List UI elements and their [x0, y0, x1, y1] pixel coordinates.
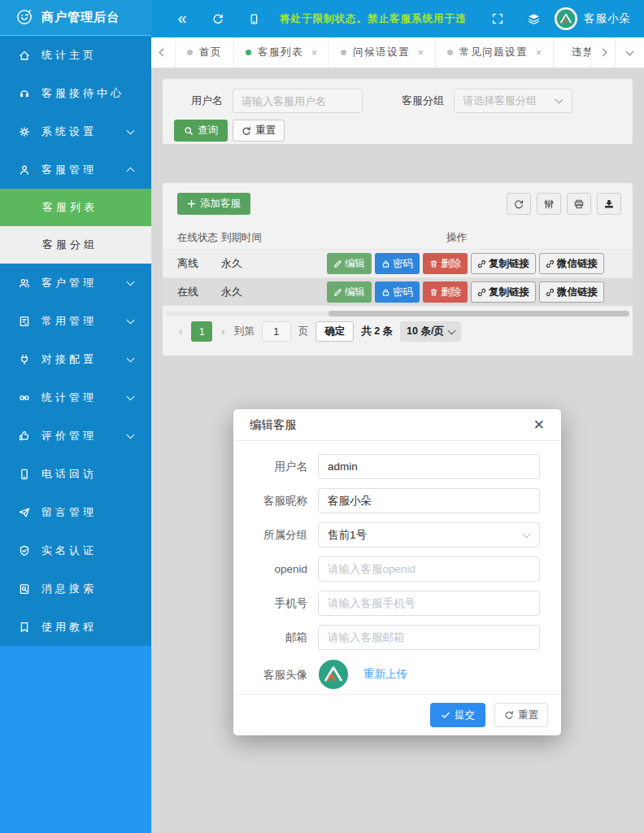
username-search-input[interactable] [233, 89, 363, 113]
copy-link-button[interactable]: 复制链接 [471, 253, 536, 274]
sidebar-collapse-button[interactable]: « [164, 11, 200, 26]
email-field[interactable] [318, 625, 540, 650]
sidebar-item-tutorial[interactable]: 使用教程 [0, 608, 151, 646]
submit-button[interactable]: 提交 [430, 703, 485, 727]
sidebar-item-customer-management[interactable]: 客户管理 [0, 264, 151, 302]
refresh-icon [242, 126, 251, 136]
sidebar-item-reception-center[interactable]: 客服接待中心 [0, 74, 151, 112]
dialog-reset-button[interactable]: 重置 [494, 703, 548, 727]
goto-page-input[interactable] [262, 321, 291, 342]
tabs-scroll-left-button[interactable] [151, 37, 176, 68]
sidebar-item-message-management[interactable]: 留言管理 [0, 493, 151, 531]
chevron-down-icon [127, 355, 135, 363]
chevron-down-icon [127, 127, 135, 135]
wechat-link-button[interactable]: 微信链接 [539, 281, 604, 303]
close-icon[interactable]: ✕ [533, 418, 545, 432]
password-button[interactable]: 密码 [375, 281, 420, 303]
table-columns-filter-button[interactable] [537, 193, 561, 215]
avatar[interactable] [318, 659, 349, 690]
add-service-button[interactable]: 添加客服 [177, 193, 250, 215]
password-button[interactable]: 密码 [375, 253, 420, 274]
tab-dot-icon [246, 50, 251, 55]
sliders-icon [543, 198, 555, 210]
chevron-down-icon [555, 96, 564, 104]
sidebar-item-common-management[interactable]: 常用管理 [0, 302, 151, 340]
tab-greeting-settings[interactable]: 问候语设置 × [329, 37, 436, 68]
sidebar-item-statistics-management[interactable]: 统计管理 [0, 378, 151, 416]
phone-field[interactable] [318, 591, 540, 616]
tab-dot-icon [341, 50, 346, 55]
sidebar-subitem-service-groups[interactable]: 客服分组 [0, 226, 151, 264]
dialog-title: 编辑客服 [250, 417, 297, 433]
tab-close-icon[interactable]: × [536, 47, 542, 59]
sidebar-item-system-settings[interactable]: 系统设置 [0, 112, 151, 150]
sidebar-item-phone-callback[interactable]: 电话回访 [0, 455, 151, 493]
delete-button[interactable]: 删除 [423, 253, 468, 274]
table-refresh-button[interactable] [507, 193, 531, 215]
table-toolbar: 添加客服 [177, 193, 621, 215]
tab-banned-words-settings[interactable]: 违禁词设置 [554, 37, 590, 68]
nickname-label: 客服昵称 [246, 488, 318, 513]
openid-label: openid [246, 556, 318, 582]
page-number-button[interactable]: 1 [191, 321, 212, 342]
table-tools [507, 193, 621, 215]
reupload-link[interactable]: 重新上传 [363, 667, 407, 682]
nickname-field[interactable] [318, 488, 540, 513]
user-menu[interactable]: 客服小朵 [555, 7, 631, 30]
tabs-scroll-right-button[interactable] [590, 37, 615, 68]
tab-close-icon[interactable]: × [311, 47, 317, 59]
refresh-page-button[interactable] [200, 12, 236, 25]
prev-page-button[interactable]: ‹ [177, 325, 184, 338]
tab-home[interactable]: 首页 [176, 37, 234, 68]
printer-icon [573, 198, 585, 210]
mobile-view-button[interactable] [236, 13, 272, 25]
tab-faq-settings[interactable]: 常见问题设置 × [436, 37, 554, 68]
scrollbar-thumb[interactable] [329, 311, 630, 316]
tab-service-list[interactable]: 客服列表 × [234, 37, 329, 68]
group-select[interactable]: 售前1号 [318, 522, 540, 547]
refresh-icon [211, 12, 224, 25]
table-print-button[interactable] [567, 193, 591, 215]
link-icon [18, 391, 31, 404]
table-header-row: 在线状态 到期时间 操作 [163, 226, 633, 249]
table-row: 离线 永久 编辑 密码 删除 [163, 249, 633, 277]
next-page-button[interactable]: › [220, 325, 226, 338]
sidebar-item-stats-home[interactable]: 统计主页 [0, 36, 151, 74]
fullscreen-button[interactable] [480, 12, 516, 25]
username-field[interactable] [318, 454, 540, 479]
delete-button[interactable]: 删除 [423, 281, 468, 303]
layers-button[interactable] [516, 12, 551, 26]
reset-button[interactable]: 重置 [233, 120, 285, 142]
openid-field[interactable] [318, 556, 540, 582]
status-cell: 离线 [163, 256, 221, 271]
copy-link-button[interactable]: 复制链接 [471, 281, 536, 303]
sidebar-item-realname-verify[interactable]: 实名认证 [0, 531, 151, 569]
wechat-link-button[interactable]: 微信链接 [539, 253, 604, 274]
home-icon [18, 49, 31, 62]
plug-icon [18, 353, 31, 366]
tab-close-icon[interactable]: × [418, 47, 424, 59]
username-label: 用户名 [191, 94, 223, 108]
sidebar-item-service-management[interactable]: 客服管理 [0, 150, 151, 189]
table-export-button[interactable] [597, 193, 621, 215]
app-window: 商户管理后台 统计主页 客服接待中心 系统设置 客服管理 [0, 0, 644, 833]
page-size-select[interactable]: 10 条/页 [400, 321, 461, 342]
goto-confirm-button[interactable]: 确定 [315, 321, 354, 342]
sidebar-item-integration-config[interactable]: 对接配置 [0, 340, 151, 378]
edit-button[interactable]: 编辑 [327, 281, 372, 303]
group-label: 所属分组 [246, 522, 318, 547]
sidebar-item-review-management[interactable]: 评价管理 [0, 416, 151, 455]
chevron-down-icon [626, 47, 634, 55]
sidebar: 商户管理后台 统计主页 客服接待中心 系统设置 客服管理 [0, 0, 151, 833]
query-button[interactable]: 查询 [174, 120, 228, 142]
avatar-logo-icon [318, 659, 349, 690]
fullscreen-icon [491, 12, 504, 25]
chevron-down-icon [127, 393, 135, 401]
edit-button[interactable]: 编辑 [327, 253, 372, 274]
chevron-down-icon [523, 530, 531, 539]
header-actions: 操作 [327, 231, 633, 245]
sidebar-item-message-search[interactable]: 消息搜索 [0, 569, 151, 608]
tabs-dropdown-button[interactable] [615, 37, 644, 68]
group-select[interactable]: 请选择客服分组 [454, 89, 572, 113]
sidebar-subitem-service-list[interactable]: 客服列表 [0, 189, 151, 226]
